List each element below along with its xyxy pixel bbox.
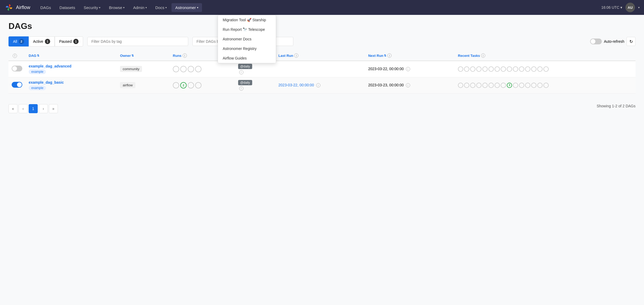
admin-caret-icon: ▾	[145, 6, 147, 9]
task-circle	[458, 83, 463, 88]
tab-active[interactable]: Active 1	[29, 36, 55, 46]
dag-name-advanced[interactable]: example_dag_advanced	[29, 64, 114, 68]
tab-active-badge: 1	[45, 39, 50, 44]
tab-all-badge: 2	[19, 39, 24, 44]
th-owner: Owner ⇅	[117, 51, 170, 61]
time-display[interactable]: 16:06 UTC ▾	[601, 5, 622, 10]
page-title: DAGs	[8, 21, 636, 31]
browse-caret-icon: ▾	[123, 6, 124, 9]
schedule-info-icon-advanced[interactable]: i	[239, 70, 243, 74]
pagination-last[interactable]: »	[49, 104, 58, 113]
nav-item-security[interactable]: Security ▾	[80, 3, 104, 12]
recent-tasks-advanced	[458, 66, 632, 72]
dag-toggle-knob	[17, 82, 22, 87]
task-circle	[488, 66, 494, 72]
task-circle	[513, 83, 518, 88]
auto-refresh-toggle[interactable]	[590, 39, 602, 44]
tab-group: All 2 Active 1 Paused 1	[8, 36, 83, 46]
nav-item-dags[interactable]: DAGs	[37, 3, 55, 12]
dag-table: i DAG ⇅ Owner ⇅ Runs	[8, 51, 636, 94]
dag-tag-basic[interactable]: example	[29, 86, 46, 90]
row2-recent-tasks-cell: 3	[455, 77, 636, 93]
next-run-value-advanced: 2023-03-22, 00:00:00	[368, 67, 404, 71]
task-circle	[501, 66, 506, 72]
dag-toggle-advanced[interactable]	[12, 66, 22, 71]
tab-paused[interactable]: Paused 1	[55, 36, 83, 46]
prev-page-icon: ‹	[23, 107, 24, 111]
nav-item-admin[interactable]: Admin ▾	[129, 3, 151, 12]
docs-caret-icon: ▾	[165, 6, 167, 9]
task-circle	[525, 66, 530, 72]
last-run-value-basic[interactable]: 2023-03-22, 00:00:00	[278, 83, 314, 87]
recent-tasks-info-icon[interactable]: i	[481, 53, 485, 58]
dropdown-item-astronomer-registry[interactable]: Astronomer Registry	[218, 44, 276, 53]
next-run-info-icon-advanced[interactable]: i	[406, 67, 410, 71]
task-circle	[507, 66, 512, 72]
next-run-info-icon-basic[interactable]: i	[406, 83, 410, 87]
task-circle	[470, 66, 475, 72]
task-circle	[458, 66, 463, 72]
task-circle-success: 3	[507, 83, 512, 88]
row1-last-run-cell	[275, 61, 365, 77]
task-circle	[543, 66, 549, 72]
filter-bar: All 2 Active 1 Paused 1 Auto-refresh ↻	[8, 36, 636, 46]
navbar: Airflow DAGs Datasets Security ▾ Browse …	[0, 0, 644, 15]
last-page-icon: »	[52, 107, 54, 111]
table-row: example_dag_basic example airflow 2	[8, 77, 636, 93]
tab-all[interactable]: All 2	[8, 36, 29, 46]
next-run-info-icon[interactable]: i	[387, 53, 392, 58]
refresh-button[interactable]: ↻	[626, 37, 636, 46]
auto-refresh-label: Auto-refresh	[604, 39, 624, 44]
runs-container-advanced	[173, 66, 232, 72]
showing-text: Showing 1-2 of 2 DAGs	[597, 104, 636, 108]
dropdown-item-airflow-guides[interactable]: Airflow Guides	[218, 53, 276, 63]
task-circle	[537, 83, 543, 88]
task-circle	[519, 66, 524, 72]
brand[interactable]: Airflow	[4, 3, 30, 12]
last-run-info-icon[interactable]: i	[294, 53, 298, 58]
schedule-info-icon-basic[interactable]: i	[239, 86, 243, 91]
nav-item-browse[interactable]: Browse ▾	[105, 3, 128, 12]
dropdown-item-run-report[interactable]: Run Report 🔭 Telescope	[218, 25, 276, 34]
task-circle	[495, 83, 500, 88]
dag-sort-icon[interactable]: ⇅	[37, 54, 39, 57]
row2-owner-cell: airflow	[117, 77, 170, 93]
th-info: i	[8, 51, 25, 61]
table-info-icon[interactable]: i	[13, 54, 17, 58]
last-run-info-icon-basic[interactable]: i	[316, 83, 320, 87]
next-run-sort-icon[interactable]: ⇅	[384, 54, 386, 57]
next-run-value-basic: 2023-03-23, 00:00:00	[368, 83, 404, 87]
filter-dags-input[interactable]	[87, 37, 188, 46]
nav-item-docs[interactable]: Docs ▾	[152, 3, 170, 12]
runs-info-icon[interactable]: i	[183, 53, 187, 58]
dag-table-body: example_dag_advanced example community	[8, 61, 636, 94]
run-circle	[173, 66, 179, 72]
pagination-first[interactable]: «	[8, 104, 18, 113]
dag-toggle-basic[interactable]	[12, 82, 22, 88]
dag-tag-advanced[interactable]: example	[29, 69, 46, 74]
user-avatar[interactable]: AU	[625, 3, 635, 12]
pagination-page-1[interactable]: 1	[29, 104, 38, 113]
pagination-prev[interactable]: ‹	[19, 104, 28, 113]
owner-sort-icon[interactable]: ⇅	[131, 54, 134, 57]
pagination-bar: « ‹ 1 › » Showing 1-2 of 2 DAGs	[8, 99, 636, 113]
dag-name-basic[interactable]: example_dag_basic	[29, 80, 114, 84]
dropdown-item-migration-tool[interactable]: Migration Tool 🚀 Starship	[218, 15, 276, 25]
airflow-logo-icon	[4, 3, 14, 12]
next-page-icon: ›	[43, 107, 44, 111]
dropdown-item-astronomer-docs[interactable]: Astronomer Docs	[218, 34, 276, 44]
nav-item-datasets[interactable]: Datasets	[56, 3, 79, 12]
auto-refresh-area: Auto-refresh ↻	[590, 37, 636, 46]
owner-badge-basic: airflow	[120, 82, 135, 88]
schedule-badge-advanced: @daily	[238, 64, 252, 69]
security-caret-icon: ▾	[99, 6, 100, 9]
row1-toggle-cell	[8, 61, 25, 77]
th-dag: DAG ⇅	[25, 51, 117, 61]
th-next-run: Next Run ⇅ i	[365, 51, 455, 61]
recent-tasks-basic: 3	[458, 83, 632, 88]
navbar-right: 16:06 UTC ▾ AU ▾	[601, 3, 640, 12]
pagination-next[interactable]: ›	[39, 104, 48, 113]
task-circle	[531, 83, 536, 88]
nav-item-astronomer[interactable]: Astronomer ▾	[171, 3, 202, 12]
toggle-knob	[591, 39, 595, 44]
